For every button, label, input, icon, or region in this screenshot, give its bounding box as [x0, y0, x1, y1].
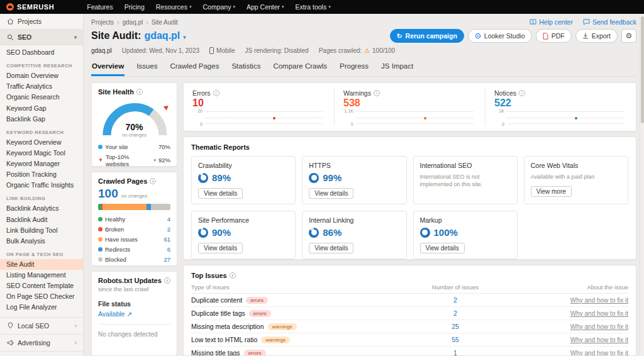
sidebar-item-site-audit[interactable]: Site Audit — [0, 259, 83, 270]
why-how-to-fix-link[interactable]: Why and how to fix it — [521, 337, 628, 343]
view-details-button[interactable]: View details — [309, 188, 353, 199]
info-icon[interactable]: i — [519, 90, 525, 96]
breadcrumb-projects[interactable]: Projects — [91, 19, 114, 26]
settings-gear-button[interactable]: ⚙ — [621, 29, 636, 43]
issue-count-link[interactable]: 1 — [389, 349, 521, 356]
info-icon[interactable]: i — [213, 90, 219, 96]
sidebar-item-seo-content-template[interactable]: SEO Content Template — [0, 281, 83, 291]
divider — [98, 324, 170, 325]
notices-metric[interactable]: Notices i 522 1K 0 — [485, 88, 636, 126]
view-details-button[interactable]: View details — [198, 188, 243, 199]
crawled-pages-stacked-bar — [98, 204, 170, 210]
bar-have-issues[interactable] — [103, 204, 147, 210]
info-icon[interactable]: i — [374, 90, 380, 96]
sidebar-item-traffic-analytics[interactable]: Traffic Analytics — [0, 81, 83, 92]
rerun-campaign-button[interactable]: ↻ Rerun campaign — [390, 29, 464, 43]
bar-blocked[interactable] — [151, 204, 170, 210]
count-link[interactable]: 2 — [167, 226, 170, 233]
sidebar-item-keyword-manager[interactable]: Keyword Manager — [0, 159, 83, 169]
why-how-to-fix-link[interactable]: Why and how to fix it — [521, 297, 628, 304]
export-button[interactable]: Export — [575, 29, 618, 43]
project-domain-selector[interactable]: gdaq.pl — [144, 30, 180, 42]
sidebar-item-keyword-gap[interactable]: Keyword Gap — [0, 103, 83, 114]
sidebar-item-link-building-tool[interactable]: Link Building Tool — [0, 225, 83, 236]
nav-pricing[interactable]: Pricing — [125, 3, 145, 11]
count-link[interactable]: 61 — [164, 236, 170, 243]
nav-features[interactable]: Features — [87, 3, 113, 11]
issue-count-link[interactable]: 2 — [389, 296, 521, 304]
sidebar-item-keyword-magic-tool[interactable]: Keyword Magic Tool — [0, 148, 83, 159]
count-link[interactable]: 27 — [164, 256, 170, 263]
vertical-scrollbar[interactable] — [640, 14, 644, 356]
sidebar-item-backlink-audit[interactable]: Backlink Audit — [0, 214, 83, 225]
why-how-to-fix-link[interactable]: Why and how to fix it — [521, 310, 628, 317]
sidebar-item-organic-research[interactable]: Organic Research — [0, 92, 83, 103]
view-details-button[interactable]: View details — [198, 243, 243, 253]
view-details-button[interactable]: View details — [309, 243, 353, 253]
issue-count-link[interactable]: 2 — [389, 309, 521, 317]
nav-resources[interactable]: Resources▾ — [156, 3, 192, 11]
tab-compare-crawls[interactable]: Compare Crawls — [272, 60, 328, 76]
tab-statistics[interactable]: Statistics — [231, 60, 261, 76]
scrollbar-thumb[interactable] — [641, 16, 644, 123]
site-health-no-changes: no changes — [98, 132, 170, 138]
sidebar-item-log-file-analyzer[interactable]: Log File Analyzer — [0, 302, 83, 313]
sidebar-item-social-media[interactable]: Social Media › — [0, 352, 83, 356]
tab-js-impact[interactable]: JS Impact — [380, 60, 414, 76]
nav-app-center[interactable]: App Center▾ — [247, 3, 284, 11]
sidebar-item-on-page-seo-checker[interactable]: On Page SEO Checker — [0, 291, 83, 302]
sidebar-item-keyword-overview[interactable]: Keyword Overview — [0, 137, 83, 148]
bar-redirects[interactable] — [147, 204, 151, 210]
semrush-logo[interactable]: SEMRUSH — [6, 3, 54, 11]
nav-extra-tools[interactable]: Extra tools▾ — [296, 3, 331, 11]
campaign-meta: gdaq.pl Updated: Wed, Nov 1, 2023 Mobile… — [91, 47, 636, 54]
view-more-button[interactable]: View more — [531, 186, 572, 197]
sidebar-item-seo-dashboard[interactable]: SEO Dashboard — [0, 45, 83, 58]
errors-metric[interactable]: Errors i 10 20 0 — [184, 88, 334, 126]
help-center-link[interactable]: Help center — [530, 18, 573, 26]
sidebar-item-backlink-analytics[interactable]: Backlink Analytics — [0, 203, 83, 214]
info-icon[interactable]: i — [164, 277, 170, 284]
info-icon[interactable]: i — [136, 89, 143, 95]
sidebar-item-advertising[interactable]: Advertising › — [0, 335, 83, 352]
crawled-pages-no-changes: no changes — [121, 193, 147, 199]
sidebar-item-backlink-gap[interactable]: Backlink Gap — [0, 114, 83, 125]
info-icon[interactable]: i — [150, 178, 156, 184]
send-feedback-link[interactable]: Send feedback — [583, 18, 636, 26]
breadcrumb-site-audit[interactable]: Site Audit — [152, 19, 178, 26]
file-status-link[interactable]: Available ↗ — [98, 310, 170, 318]
sidebar-item-position-tracking[interactable]: Position Tracking — [0, 169, 83, 180]
pdf-button[interactable]: PDF — [536, 29, 572, 43]
nav-company[interactable]: Company▾ — [203, 3, 235, 11]
sidebar-item-bulk-analysis[interactable]: Bulk Analysis — [0, 236, 83, 247]
why-how-to-fix-link[interactable]: Why and how to fix it — [521, 323, 628, 330]
legend-top10-websites[interactable]: ▼ Top-10% websites ▾ 92% — [98, 152, 170, 169]
info-icon[interactable]: i — [230, 272, 236, 279]
warnings-sparkline: 1.1K 0 — [343, 111, 476, 125]
sidebar-item-organic-traffic-insights[interactable]: Organic Traffic Insights — [0, 180, 83, 191]
tab-issues[interactable]: Issues — [136, 60, 158, 76]
mobile-phone-icon — [209, 47, 214, 54]
legend-redirects: Redirects 6 — [98, 244, 170, 254]
issue-count-link[interactable]: 25 — [389, 323, 521, 330]
sidebar-item-domain-overview[interactable]: Domain Overview — [0, 70, 83, 81]
sidebar-item-listing-management[interactable]: Listing Management — [0, 270, 83, 281]
tab-overview[interactable]: Overview — [91, 60, 125, 76]
tab-progress[interactable]: Progress — [339, 60, 369, 76]
looker-studio-button[interactable]: Looker Studio — [468, 29, 532, 43]
sidebar-item-seo[interactable]: SEO ▾ — [0, 30, 83, 45]
tile-site-performance: Site Performance 90% View details — [191, 211, 296, 259]
view-details-button[interactable]: View details — [420, 243, 465, 253]
issue-count-link[interactable]: 55 — [389, 336, 521, 343]
warnings-metric[interactable]: Warnings i 538 1.1K 0 — [334, 88, 485, 126]
breadcrumb-domain[interactable]: gdaq.pl — [122, 19, 143, 26]
chevron-down-icon[interactable]: ▾ — [183, 35, 186, 40]
sidebar-item-projects[interactable]: Projects — [0, 14, 83, 30]
notices-sparkline: 1K 0 — [494, 111, 627, 125]
why-how-to-fix-link[interactable]: Why and how to fix it — [521, 350, 628, 356]
count-link[interactable]: 6 — [167, 246, 170, 253]
sidebar-item-local-seo[interactable]: Local SEO › — [0, 318, 83, 335]
chevron-down-icon: ▾ — [153, 158, 156, 163]
tab-crawled-pages[interactable]: Crawled Pages — [169, 60, 219, 76]
count-link[interactable]: 4 — [167, 216, 170, 223]
